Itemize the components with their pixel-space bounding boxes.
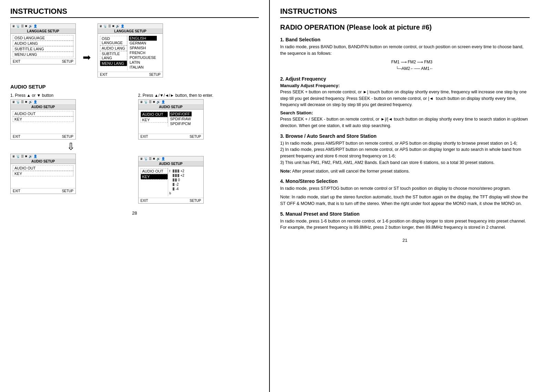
key-1a[interactable]: KEY (13, 116, 73, 122)
left-page: INSTRUCTIONS 🖥 📡 ☰ ✖ 🔊 👤 LANGUAGE SETUP … (0, 0, 270, 392)
osd-language-item[interactable]: OSD LANGUAGE (13, 35, 73, 41)
bar-seg7 (173, 178, 174, 182)
spdif-raw[interactable]: SPDIF/RAW (170, 116, 192, 121)
bar-seg2 (175, 169, 177, 173)
latin-item[interactable]: LATIN (129, 60, 157, 65)
audio-two-col-2b: AUDIO OUT KEY f +2 (141, 168, 201, 196)
key-1b[interactable]: KEY (141, 117, 168, 123)
audio-box1b-body: AUDIO OUT KEY SPDIF/OFF SPDIF/RAW SPDIF/… (139, 110, 203, 134)
browse-note: Note: After preset station, unit will ca… (280, 168, 530, 175)
icon-person3: 👤 (33, 100, 37, 104)
subtitle-lang-2[interactable]: SUBTITLE LANG (100, 51, 127, 61)
key-2a[interactable]: KEY (13, 171, 73, 176)
audio-box-1b: 🖥 📡 ☰ ✖ 🔊 👤 AUDIO SETUP AUDIO OUT KEY (138, 99, 204, 140)
subtitle-lang-item[interactable]: SUBTITLE LANG (13, 46, 73, 52)
icon-tv: 🖥 (12, 24, 15, 28)
icon-menu4: ☰ (149, 100, 152, 104)
bar-val-2: +2 (181, 174, 184, 177)
key-2b[interactable]: KEY (141, 174, 168, 179)
spanish-item[interactable]: SPANISH (129, 45, 157, 50)
key-bar-f: f +2 (170, 169, 184, 173)
icon-sound6: 🔊 (156, 157, 160, 161)
audio-setup-section: AUDIO SETUP 1. Press ▲ or ▼ button 🖥 📡 ☰… (10, 84, 259, 204)
audio-box1b-header: AUDIO SETUP (139, 105, 203, 110)
audio-out-2a[interactable]: AUDIO OUT (13, 165, 73, 171)
section-manual-preset: 5. Manual Preset and Store Station In ra… (280, 211, 530, 231)
setup-label2: SETUP (149, 73, 161, 76)
french-item[interactable]: FRENCH (129, 50, 157, 55)
italian-item[interactable]: ITALIAN (129, 65, 157, 70)
spacer (138, 140, 259, 156)
setup-label: SETUP (62, 60, 73, 63)
search-station-body: Press SEEK + / SEEK - button on remote c… (280, 116, 530, 129)
key-bars-panel: f +2 (168, 168, 186, 196)
arrow-right-1: ➡ (83, 52, 91, 63)
bar-seg4 (173, 174, 174, 177)
audio-box2a-body: AUDIO OUT KEY (11, 164, 75, 188)
adjust-freq-heading: 2. Adjust Frequency (280, 76, 530, 82)
osd-lang-2[interactable]: OSD LANGUAGE (100, 36, 127, 45)
setup-2a: SETUP (62, 189, 73, 193)
spdif-off[interactable]: SPDIF/OFF (170, 112, 192, 116)
lang-two-col: OSD LANGUAGE AUDIO LANG SUBTITLE LANG ME… (100, 35, 161, 70)
lang-box1-body: OSD LANGUAGE AUDIO LANG SUBTITLE LANG ME… (11, 34, 75, 59)
spdif-pcm[interactable]: SPDIF/PCM (170, 121, 192, 126)
english-item[interactable]: ENGLISH (129, 36, 157, 41)
portuguese-item[interactable]: PORTUGUESE (129, 55, 157, 60)
bar-seg8 (175, 178, 177, 182)
icon-sound3: 🔊 (29, 100, 32, 104)
menu-lang-item[interactable]: MENU LANG (13, 52, 73, 57)
icon-x5: ✖ (25, 155, 28, 158)
lang-box1-icons: 🖥 📡 ☰ ✖ 🔊 👤 (11, 24, 75, 29)
audio-box2b-icons: 🖥 📡 ☰ ✖ 🔊 👤 (139, 156, 203, 162)
icon-sound5: 🔊 (29, 155, 32, 158)
audio-step1-text: 1. Press ▲ or ▼ button (10, 93, 131, 98)
audio-lang-item[interactable]: AUDIO LANG (13, 41, 73, 46)
manually-adjust-heading: Manually Adjust Frequency: (280, 83, 530, 88)
icon-x3: ✖ (25, 100, 28, 104)
icon-menu6: ☰ (149, 157, 152, 161)
band-selection-body: In radio mode, press BAND button, BAND/P… (280, 44, 530, 57)
german-item[interactable]: GERMAN (129, 41, 157, 45)
key-bar-5: -4 (170, 187, 184, 191)
arrow-down-1: ⇩ (10, 141, 131, 152)
audio-box1a-body: AUDIO OUT KEY (11, 110, 75, 134)
language-box-2: 🖥 📡 ☰ ✖ 🔊 👤 LANGUAGE SETUP OSD LANGUAGE … (98, 23, 163, 78)
audio-box2a-header: AUDIO SETUP (11, 159, 75, 164)
exit-2b: EXIT (141, 199, 148, 203)
audio-out-1a[interactable]: AUDIO OUT (13, 111, 73, 116)
audio-box2a-footer: EXIT SETUP (11, 188, 75, 194)
lang-box2-header: LANGUAGE SETUP (98, 29, 163, 34)
audio-lang-2[interactable]: AUDIO LANG (100, 45, 127, 51)
browse-search-heading: 3. Browse / Auto Search and Store Statio… (280, 133, 530, 139)
exit-label2: EXIT (100, 73, 108, 76)
lang-box2-footer: EXIT SETUP (98, 72, 163, 77)
key-bar-2: +2 (170, 174, 184, 177)
audio-out-1b[interactable]: AUDIO OUT (141, 112, 168, 117)
icon-signal5: 📡 (16, 155, 20, 158)
bar-val-5: -4 (176, 187, 179, 191)
audio-step2-text: 2. Press ▲/▼/◄/► button, then to enter. (138, 93, 259, 98)
icon-sound4: 🔊 (156, 100, 160, 104)
bar-seg6 (177, 174, 179, 177)
bar-val-4: -2 (176, 183, 179, 186)
menu-lang-2[interactable]: MENU LANG (100, 61, 127, 66)
icon-person5: 👤 (33, 155, 37, 158)
icon-menu: ☰ (21, 24, 24, 28)
bar-val-f: +2 (181, 169, 184, 173)
right-page-number: 21 (280, 238, 530, 243)
icon-x: ✖ (25, 24, 28, 28)
section-adjust-frequency: 2. Adjust Frequency Manually Adjust Freq… (280, 76, 530, 129)
section-band-selection: 1. Band Selection In radio mode, press B… (280, 37, 530, 72)
bar-seg10 (173, 187, 174, 190)
audio-step2-col: 2. Press ▲/▼/◄/► button, then to enter. … (138, 93, 259, 204)
lang-left-menu: OSD LANGUAGE AUDIO LANG SUBTITLE LANG ME… (100, 35, 128, 70)
radio-operation-title: RADIO OPERATION (Please look at picture … (280, 23, 530, 31)
icon-x4: ✖ (153, 100, 155, 104)
icon-tv4: 🖥 (140, 100, 143, 104)
audio-two-col-1b: AUDIO OUT KEY SPDIF/OFF SPDIF/RAW SPDIF/… (141, 111, 201, 127)
section-browse-search: 3. Browse / Auto Search and Store Statio… (280, 133, 530, 175)
audio-out-2b[interactable]: AUDIO OUT (141, 168, 168, 174)
setup-1b: SETUP (190, 135, 201, 138)
audio-setup-heading: AUDIO SETUP (10, 84, 259, 90)
